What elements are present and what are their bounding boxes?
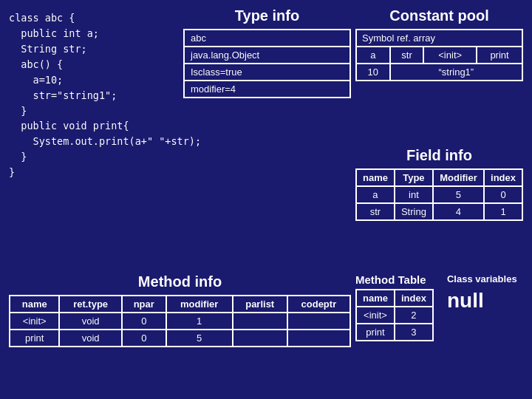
field-row1-type: int (395, 186, 433, 203)
cp-cell-a: a (356, 47, 390, 64)
table-row: print void 0 5 (10, 330, 350, 347)
field-row2-type: String (395, 203, 433, 220)
mt-row2-index: 3 (395, 324, 433, 341)
mt-row1-index: 2 (395, 307, 433, 324)
table-row: print 3 (356, 324, 433, 341)
method-info-section: Method info name ret.type npar modifier … (9, 273, 351, 392)
cp-header: Symbol ref. array (356, 30, 522, 47)
mt-row2-name: print (356, 324, 395, 341)
mi-row2-name: print (10, 330, 59, 347)
field-row2-name: str (356, 203, 395, 220)
method-tbl: name index <init> 2 print 3 (355, 289, 434, 341)
type-info-title: Type info (183, 7, 351, 24)
table-row: modifier=4 (184, 81, 350, 98)
method-table-section: Method Table name index <init> 2 print 3… (355, 273, 523, 392)
mt-col-name: name (356, 290, 395, 307)
class-variables-wrapper: Class variables null (447, 273, 517, 313)
cp-cell-string1: “string1” (390, 64, 522, 81)
table-row: Isclass=true (184, 64, 350, 81)
mi-row1-modifier: 1 (166, 313, 233, 330)
field-row2-modifier: 4 (433, 203, 484, 220)
mt-col-index: index (395, 290, 433, 307)
mi-row1-codeptr (287, 313, 350, 330)
mi-row2-codeptr (287, 330, 350, 347)
mi-row1-npar: 0 (122, 313, 166, 330)
mi-row2-npar: 0 (122, 330, 166, 347)
table-row: 10 “string1” (356, 64, 522, 81)
mi-row1-name: <init> (10, 313, 59, 330)
mi-row2-rettype: void (59, 330, 121, 347)
type-info-row-4: modifier=4 (184, 81, 350, 98)
code-text: class abc { public int a; String str; ab… (9, 10, 179, 180)
field-col-modifier: Modifier (433, 169, 484, 186)
method-info-table: name ret.type npar modifier parlist code… (9, 295, 351, 347)
method-table-wrapper: Method Table name index <init> 2 print 3 (355, 273, 434, 341)
type-info-row-1: abc (184, 30, 350, 47)
constant-pool-section: Constant pool Symbol ref. array a str <i… (355, 7, 523, 143)
mi-row2-parlist (233, 330, 287, 347)
field-row1-index: 0 (484, 186, 522, 203)
table-row: abc (184, 30, 350, 47)
mi-row1-parlist (233, 313, 287, 330)
field-col-name: name (356, 169, 395, 186)
table-row: name Type Modifier index (356, 169, 522, 186)
table-row: Symbol ref. array (356, 30, 522, 47)
mt-row1-name: <init> (356, 307, 395, 324)
mi-col-npar: npar (122, 296, 166, 313)
cp-cell-10: 10 (356, 64, 390, 81)
mi-row2-modifier: 5 (166, 330, 233, 347)
table-row: <init> 2 (356, 307, 433, 324)
field-info-section: Field info name Type Modifier index a in… (355, 147, 523, 265)
field-row2-index: 1 (484, 203, 522, 220)
field-col-type: Type (395, 169, 433, 186)
mi-row1-rettype: void (59, 313, 121, 330)
mi-col-name: name (10, 296, 59, 313)
mi-col-rettype: ret.type (59, 296, 121, 313)
mi-col-modifier: modifier (166, 296, 233, 313)
table-row: java.lang.Object (184, 47, 350, 64)
type-info-table: abc java.lang.Object Isclass=true modifi… (183, 29, 351, 98)
type-info-row-3: Isclass=true (184, 64, 350, 81)
mi-col-codeptr: codeptr (287, 296, 350, 313)
method-info-title: Method info (9, 273, 351, 290)
table-row: a str <init> print (356, 47, 522, 64)
mi-col-parlist: parlist (233, 296, 287, 313)
constant-pool-table: Symbol ref. array a str <init> print 10 … (355, 29, 523, 81)
class-variables-title: Class variables (447, 273, 517, 284)
table-row: name index (356, 290, 433, 307)
cp-cell-str: str (390, 47, 424, 64)
field-col-index: index (484, 169, 522, 186)
null-text: null (447, 289, 517, 313)
field-info-title: Field info (355, 147, 523, 164)
table-row: name ret.type npar modifier parlist code… (10, 296, 350, 313)
field-row1-modifier: 5 (433, 186, 484, 203)
type-info-row-2: java.lang.Object (184, 47, 350, 64)
method-table-title: Method Table (355, 273, 434, 286)
type-info-section: Type info abc java.lang.Object Isclass=t… (183, 7, 351, 143)
field-info-table: name Type Modifier index a int 5 0 str S… (355, 168, 523, 221)
field-row1-name: a (356, 186, 395, 203)
table-row: a int 5 0 (356, 186, 522, 203)
table-row: str String 4 1 (356, 203, 522, 220)
cp-cell-print: print (477, 47, 522, 64)
cp-cell-init: <init> (423, 47, 477, 64)
spacer (183, 147, 351, 265)
constant-pool-title: Constant pool (355, 7, 523, 24)
table-row: <init> void 0 1 (10, 313, 350, 330)
